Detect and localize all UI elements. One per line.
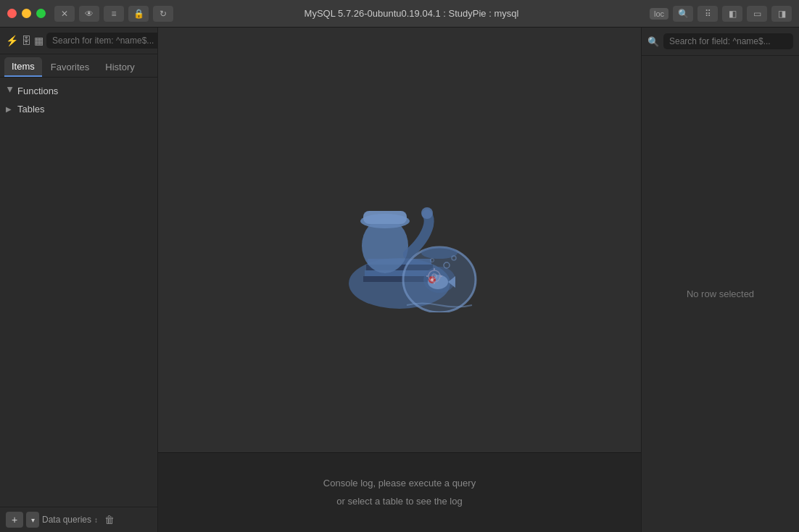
no-row-text: No row selected <box>687 288 754 299</box>
sidebar: ⚡ 🗄 ▦ Items Favorites History ▶ Function… <box>0 28 158 532</box>
empty-state-illustration <box>305 167 494 312</box>
console-log-line2: or select a table to see the log <box>336 494 462 510</box>
functions-label: Functions <box>17 86 58 96</box>
svg-rect-7 <box>363 211 407 224</box>
loc-badge: loc <box>650 8 668 20</box>
right-panel: 🔍 No row selected <box>641 28 799 532</box>
refresh-button[interactable]: ↻ <box>153 6 173 22</box>
sidebar-search-input[interactable] <box>46 33 167 49</box>
center-content: Console log, please execute a query or s… <box>158 28 641 532</box>
right-content: No row selected <box>642 56 799 532</box>
console-log-area: Console log, please execute a query or s… <box>158 452 641 532</box>
tab-favorites[interactable]: Favorites <box>44 57 96 77</box>
tables-label: Tables <box>17 104 45 115</box>
console-log-line1: Console log, please execute a query <box>323 476 476 491</box>
sidebar-bottom: + ▾ Data queries ↕ 🗑 <box>0 507 157 532</box>
titlebar: ✕ 👁 ≡ 🔒 ↻ MySQL 5.7.26-0ubuntu0.19.04.1 … <box>0 0 799 28</box>
table-icon-btn[interactable]: ▦ <box>34 32 44 49</box>
svg-point-8 <box>421 207 433 219</box>
add-item-button[interactable]: + <box>6 512 23 528</box>
titlebar-left-icons: ✕ 👁 ≡ 🔒 ↻ <box>54 6 173 22</box>
trash-button[interactable]: 🗑 <box>101 512 118 528</box>
sidebar-tree: ▶ Functions ▶ Tables <box>0 78 157 507</box>
data-queries-label: Data queries ↕ <box>42 512 98 528</box>
functions-chevron: ▶ <box>7 87 15 96</box>
search-button[interactable]: 🔍 <box>673 6 693 22</box>
right-search-bar: 🔍 <box>642 28 799 56</box>
right-search-input[interactable] <box>663 33 793 49</box>
tree-group-tables: ▶ Tables <box>0 100 157 118</box>
list-button[interactable]: ≡ <box>104 6 124 22</box>
connection-icon-btn[interactable]: ⚡ <box>6 32 18 49</box>
tab-history[interactable]: History <box>98 57 141 77</box>
database-icon-btn[interactable]: 🗄 <box>21 32 31 49</box>
tree-group-functions: ▶ Functions <box>0 82 157 100</box>
sidebar-tabs: Items Favorites History <box>0 54 157 78</box>
apps-button[interactable]: ⠿ <box>697 6 718 22</box>
inspector-button[interactable]: 👁 <box>79 6 99 22</box>
add-dropdown-button[interactable]: ▾ <box>26 512 39 528</box>
sidebar-left-button[interactable]: ◧ <box>722 6 742 22</box>
stop-button[interactable]: ✕ <box>54 6 75 22</box>
tree-tables-header[interactable]: ▶ Tables <box>0 101 157 117</box>
lock-button[interactable]: 🔒 <box>128 6 149 22</box>
close-button[interactable] <box>7 9 17 18</box>
tree-functions-header[interactable]: ▶ Functions <box>0 83 157 99</box>
traffic-lights <box>7 9 46 18</box>
sidebar-toolbar: ⚡ 🗄 ▦ <box>0 28 157 54</box>
tab-items[interactable]: Items <box>4 57 42 77</box>
data-queries-sort-icon: ↕ <box>94 516 98 524</box>
sidebar-right-button[interactable]: ◨ <box>771 6 792 22</box>
titlebar-right-icons: loc 🔍 ⠿ ◧ ▭ ◨ <box>650 6 792 22</box>
minimize-button[interactable] <box>22 9 31 18</box>
right-search-icon: 🔍 <box>647 36 659 47</box>
maximize-button[interactable] <box>36 9 46 18</box>
tables-chevron: ▶ <box>6 105 15 113</box>
main-layout: ⚡ 🗄 ▦ Items Favorites History ▶ Function… <box>0 28 799 532</box>
panel-button[interactable]: ▭ <box>747 6 767 22</box>
center-main <box>158 28 641 452</box>
window-title: MySQL 5.7.26-0ubuntu0.19.04.1 : StudyPie… <box>179 8 644 19</box>
